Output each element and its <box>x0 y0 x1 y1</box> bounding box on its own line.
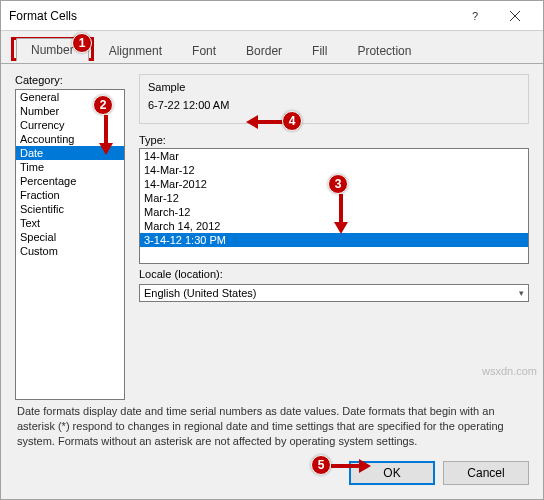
category-item[interactable]: Text <box>16 216 124 230</box>
svg-rect-9 <box>331 464 359 468</box>
tab-protection[interactable]: Protection <box>342 39 426 63</box>
arrow-down-icon <box>99 115 113 157</box>
svg-text:?: ? <box>472 10 478 22</box>
arrow-left-icon <box>246 115 286 131</box>
locale-select[interactable]: English (United States) ▾ <box>139 284 529 302</box>
sample-box: Sample 6-7-22 12:00 AM <box>139 74 529 124</box>
tab-font[interactable]: Font <box>177 39 231 63</box>
svg-rect-3 <box>104 115 108 143</box>
tab-fill[interactable]: Fill <box>297 39 342 63</box>
callout-4: 4 <box>282 111 302 131</box>
type-label: Type: <box>139 134 529 146</box>
svg-marker-10 <box>359 459 371 473</box>
category-item[interactable]: Custom <box>16 244 124 258</box>
svg-marker-8 <box>246 115 258 129</box>
category-item[interactable]: Scientific <box>16 202 124 216</box>
arrow-right-icon <box>331 459 371 475</box>
category-item[interactable]: Special <box>16 230 124 244</box>
type-item[interactable]: 14-Mar <box>140 149 528 163</box>
cancel-button[interactable]: Cancel <box>443 461 529 485</box>
svg-marker-6 <box>334 222 348 234</box>
category-label: Category: <box>15 74 125 86</box>
close-button[interactable] <box>495 4 535 28</box>
help-button[interactable]: ? <box>455 4 495 28</box>
arrow-down-icon <box>334 194 348 236</box>
detail-column: Sample 6-7-22 12:00 AM Type: 14-Mar 14-M… <box>139 74 529 400</box>
category-item[interactable]: Time <box>16 160 124 174</box>
window-title: Format Cells <box>9 9 455 23</box>
sample-label: Sample <box>148 81 520 93</box>
category-item[interactable]: Fraction <box>16 188 124 202</box>
tab-alignment[interactable]: Alignment <box>94 39 177 63</box>
titlebar: Format Cells ? <box>1 1 543 31</box>
callout-1: 1 <box>72 33 92 53</box>
format-cells-dialog: Format Cells ? Number Alignment Font Bor… <box>0 0 544 500</box>
callout-5: 5 <box>311 455 331 475</box>
sample-value: 6-7-22 12:00 AM <box>148 97 520 113</box>
button-row: OK Cancel <box>1 461 543 499</box>
locale-value: English (United States) <box>144 287 257 299</box>
tab-border[interactable]: Border <box>231 39 297 63</box>
callout-2: 2 <box>93 95 113 115</box>
format-description: Date formats display date and time seria… <box>15 400 529 457</box>
svg-rect-5 <box>339 194 343 222</box>
watermark: wsxdn.com <box>482 365 537 377</box>
chevron-down-icon: ▾ <box>519 288 524 298</box>
locale-label: Locale (location): <box>139 268 529 280</box>
category-item[interactable]: Percentage <box>16 174 124 188</box>
callout-3: 3 <box>328 174 348 194</box>
svg-marker-4 <box>99 143 113 155</box>
